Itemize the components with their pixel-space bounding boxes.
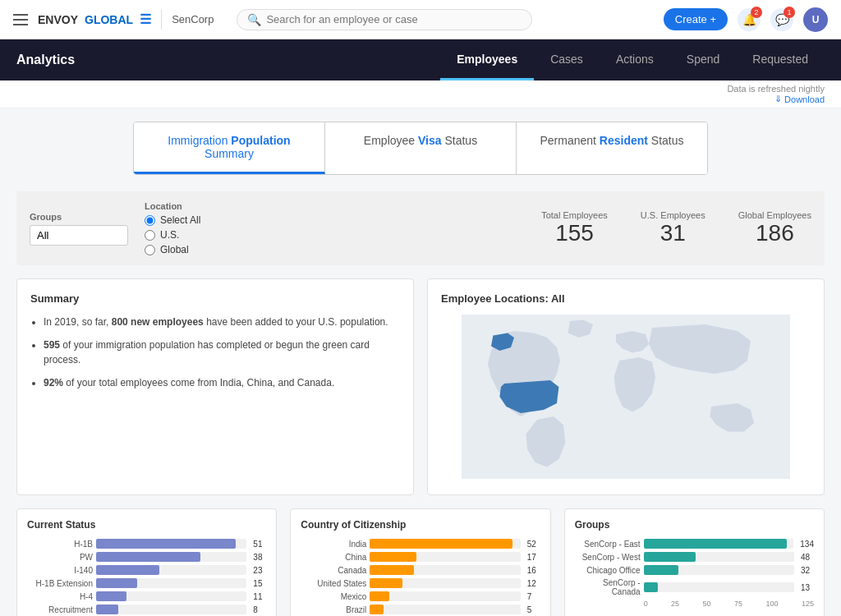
bar-container — [370, 591, 520, 601]
bar-label: H-4 — [27, 592, 93, 601]
us-employees-value: 31 — [641, 220, 705, 246]
company-name: SenCorp — [172, 13, 214, 25]
bar-label: SenCorp - East — [575, 540, 641, 549]
groups-select[interactable]: All — [30, 225, 128, 246]
top-navigation: ENVOYGLOBAL ☰ SenCorp 🔍 Create + 🔔 2 💬 1… — [0, 0, 841, 39]
bar-container — [96, 578, 246, 588]
bar-container — [370, 539, 520, 549]
search-bar[interactable]: 🔍 — [237, 9, 532, 30]
location-label: Location — [145, 201, 200, 211]
logo-envoy: ENVOY — [38, 13, 78, 26]
bar-value: 5 — [527, 605, 540, 614]
stat-global-employees: Global Employees 186 — [738, 210, 811, 246]
tab-requested[interactable]: Requested — [736, 39, 825, 80]
nav-separator — [161, 10, 162, 30]
stats-row: Total Employees 155 U.S. Employees 31 Gl… — [541, 210, 811, 246]
world-map — [441, 315, 811, 479]
total-employees-value: 155 — [541, 220, 608, 246]
current-status-bars: H-1B51PW38I-14023H-1B Extension15H-411Re… — [27, 539, 266, 616]
hamburger-icon[interactable] — [13, 14, 28, 25]
stat-total-employees: Total Employees 155 — [541, 210, 608, 246]
bar-value: 11 — [253, 592, 266, 601]
bar-container — [96, 565, 246, 575]
bar-label: PW — [27, 553, 93, 562]
tab-employee-visa[interactable]: Employee Visa Status — [325, 122, 517, 174]
bar-value: 15 — [253, 579, 266, 588]
bar-container — [644, 582, 794, 592]
bar-label: SenCorp - Canada — [575, 578, 641, 596]
x-axis-label: 0 — [644, 600, 648, 608]
bar-container — [370, 552, 520, 562]
bar-fill — [370, 539, 512, 549]
bar-fill — [96, 565, 159, 575]
bar-fill — [644, 539, 788, 549]
x-axis-label: 25 — [671, 600, 679, 608]
bar-value: 8 — [253, 605, 266, 614]
search-input[interactable] — [266, 13, 522, 25]
bar-value: 48 — [801, 553, 814, 562]
bar-container — [370, 605, 520, 614]
bar-container — [96, 591, 246, 601]
bar-fill — [96, 552, 200, 562]
groups-filter: Groups All — [30, 212, 128, 246]
bar-fill — [370, 578, 402, 588]
message-badge: 1 — [784, 7, 795, 18]
total-employees-label: Total Employees — [541, 210, 608, 220]
bar-row: PW38 — [27, 552, 266, 562]
bar-row: Brazil5 — [301, 605, 540, 614]
bar-value: 16 — [527, 566, 540, 575]
bar-container — [96, 552, 246, 562]
tab-spend[interactable]: Spend — [670, 39, 736, 80]
tab-permanent-resident[interactable]: Permanent Resident Status — [517, 122, 707, 174]
groups-chart: Groups SenCorp - East134SenCorp - West48… — [564, 508, 825, 616]
nav-actions: Create + 🔔 2 💬 1 U — [664, 7, 828, 32]
bar-container — [370, 578, 520, 588]
bar-fill — [96, 591, 126, 601]
groups-x-axis: 0255075100125 — [644, 600, 814, 608]
download-icon: ⇓ — [774, 94, 782, 104]
tab-cases[interactable]: Cases — [534, 39, 600, 80]
bar-fill — [370, 552, 416, 562]
summary-item-3: 92% of your total employees come from In… — [44, 375, 400, 390]
bar-label: Chicago Office — [575, 566, 641, 575]
summary-item-2: 595 of your immigration population has c… — [44, 338, 400, 367]
groups-title: Groups — [575, 519, 814, 531]
charts-row: Current Status H-1B51PW38I-14023H-1B Ext… — [16, 508, 825, 616]
location-global[interactable]: Global — [145, 244, 200, 255]
map-card: Employee Locations: All — [427, 278, 825, 495]
tab-immigration-population[interactable]: Immigration Population Summary — [134, 122, 325, 174]
location-select-all[interactable]: Select All — [145, 214, 200, 226]
logo: ENVOYGLOBAL ☰ — [38, 11, 151, 27]
main-content: Immigration Population Summary Employee … — [0, 108, 841, 616]
tab-actions[interactable]: Actions — [600, 39, 670, 80]
bar-fill — [96, 605, 118, 614]
groups-label: Groups — [30, 212, 128, 222]
bar-label: Canada — [301, 566, 366, 575]
bar-fill — [644, 565, 678, 575]
bar-row: Chicago Office32 — [575, 565, 814, 575]
bar-value: 17 — [527, 553, 540, 562]
tab-employees[interactable]: Employees — [440, 39, 534, 80]
summary-list: In 2019, so far, 800 new employees have … — [30, 315, 400, 390]
create-button[interactable]: Create + — [664, 8, 728, 30]
content-tab-group: Immigration Population Summary Employee … — [133, 122, 708, 175]
search-icon: 🔍 — [247, 13, 261, 26]
messages-icon[interactable]: 💬 1 — [770, 8, 793, 31]
location-us[interactable]: U.S. — [145, 229, 200, 241]
bar-value: 7 — [527, 592, 540, 601]
bar-row: SenCorp - West48 — [575, 552, 814, 562]
bar-fill — [370, 605, 384, 614]
stat-us-employees: U.S. Employees 31 — [641, 210, 705, 246]
bar-value: 32 — [801, 566, 814, 575]
bar-fill — [644, 582, 658, 592]
bar-row: SenCorp - Canada13 — [575, 578, 814, 596]
x-axis-label: 100 — [765, 600, 778, 608]
citizenship-chart: Country of Citizenship India52China17Can… — [290, 508, 550, 616]
bar-container — [644, 539, 794, 549]
avatar[interactable]: U — [803, 7, 828, 32]
us-employees-label: U.S. Employees — [641, 210, 705, 220]
notifications-icon[interactable]: 🔔 2 — [738, 8, 761, 31]
bar-container — [644, 552, 794, 562]
download-link[interactable]: ⇓ Download — [774, 94, 825, 104]
bar-row: H-411 — [27, 591, 266, 601]
